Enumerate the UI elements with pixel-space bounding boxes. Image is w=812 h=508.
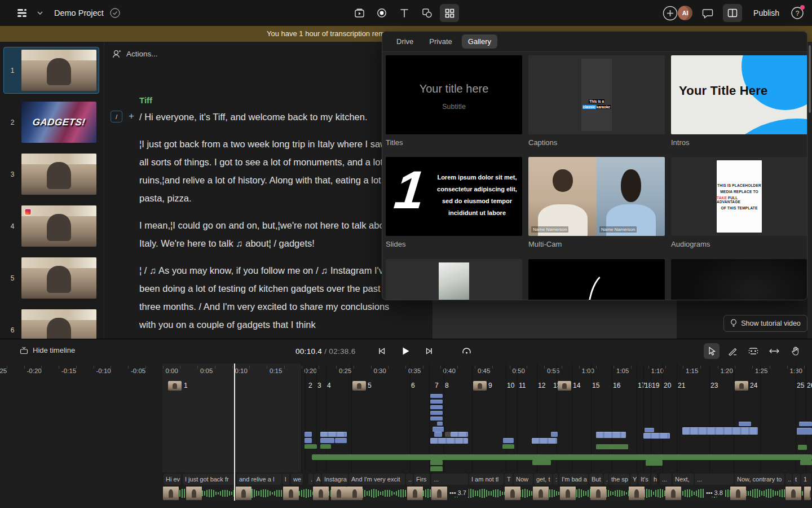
range-tool[interactable] bbox=[766, 343, 782, 359]
scene-marker[interactable]: 11 bbox=[519, 382, 526, 389]
skip-back-button[interactable] bbox=[374, 344, 389, 358]
transcript-paragraph[interactable]: / Hi everyone, it's Tiff, and welcome ba… bbox=[139, 108, 394, 126]
transcript-paragraph[interactable]: ¦I just got back from a two week long tr… bbox=[139, 135, 394, 207]
scene-item[interactable]: 1 bbox=[3, 47, 99, 94]
transcript-text[interactable]: / Hi everyone, it's Tiff, and welcome ba… bbox=[139, 108, 394, 339]
layout-panel-button[interactable] bbox=[723, 4, 742, 22]
audio-clip[interactable] bbox=[304, 444, 317, 449]
scene-item[interactable]: 4 bbox=[3, 203, 99, 249]
caption-chip[interactable]: Now bbox=[514, 474, 533, 485]
template-card-titles[interactable]: Your title hereSubtitle bbox=[386, 55, 522, 134]
help-button[interactable]: ? bbox=[791, 6, 804, 20]
scene-marker-thumb[interactable] bbox=[168, 381, 182, 391]
ai-avatar[interactable]: AI bbox=[678, 6, 692, 20]
audio-clip[interactable] bbox=[502, 444, 514, 449]
waveform-track[interactable]: ••• 3.7••• 3.8 bbox=[162, 486, 811, 501]
scene-marker[interactable]: 10 bbox=[507, 382, 514, 389]
scene-marker[interactable]: 7 bbox=[435, 382, 439, 389]
template-card-audiograms[interactable]: THIS IS PLACEHOLDERMEDIA REPLACE TOTAKE … bbox=[671, 157, 807, 236]
timeline-ruler[interactable]: -0:25-0:20-0:15-0:10-0:050:000:050:100:1… bbox=[0, 364, 812, 379]
audio-clip[interactable] bbox=[646, 460, 663, 466]
scene-marker[interactable]: 16 bbox=[613, 382, 620, 389]
caption-chip[interactable]: we bbox=[291, 474, 303, 485]
scene-marker[interactable]: 25 bbox=[797, 382, 804, 389]
play-button[interactable] bbox=[398, 344, 413, 358]
video-clip[interactable] bbox=[304, 432, 312, 437]
video-clip[interactable] bbox=[503, 438, 514, 443]
media-library-button[interactable] bbox=[350, 4, 369, 22]
project-title[interactable]: Demo Project bbox=[54, 8, 104, 17]
scene-marker[interactable]: 2 bbox=[308, 382, 312, 389]
scene-marker-thumb[interactable] bbox=[558, 381, 571, 391]
video-clip[interactable] bbox=[437, 422, 443, 426]
skip-forward-button[interactable] bbox=[422, 344, 436, 358]
caption-chip[interactable]: ... bbox=[660, 474, 672, 485]
caption-chip[interactable]: the sp bbox=[609, 474, 629, 485]
video-clip[interactable] bbox=[430, 417, 443, 421]
clip-trim-tool[interactable] bbox=[745, 343, 761, 359]
caption-chip[interactable]: Instagra bbox=[322, 474, 348, 485]
publish-button[interactable]: Publish bbox=[748, 5, 785, 21]
scene-marker[interactable]: 23 bbox=[710, 382, 718, 389]
caption-chip[interactable]: ... bbox=[695, 474, 734, 485]
caption-chip[interactable]: .. bbox=[406, 474, 413, 485]
video-clip[interactable] bbox=[320, 432, 347, 437]
scene-thumbnail[interactable] bbox=[21, 154, 96, 195]
template-card-snow[interactable] bbox=[386, 259, 522, 300]
audio-clip[interactable] bbox=[430, 466, 443, 471]
scene-item[interactable]: 6 bbox=[3, 306, 99, 339]
razor-tool[interactable] bbox=[725, 343, 740, 359]
video-clip[interactable] bbox=[739, 422, 751, 426]
scene-marker[interactable]: 4 bbox=[327, 382, 331, 389]
transcript-paragraph[interactable]: I mean,¦I could go on and on, but,¦we're… bbox=[139, 216, 394, 252]
tab-private[interactable]: Private bbox=[423, 34, 458, 49]
caption-chip[interactable]: h bbox=[651, 474, 657, 485]
caption-chip[interactable]: and relive a l bbox=[237, 474, 281, 485]
caption-chip[interactable]: Next, bbox=[673, 474, 694, 485]
video-clip[interactable] bbox=[643, 433, 670, 439]
add-block-button[interactable]: + bbox=[126, 110, 137, 123]
caption-chip[interactable]: A bbox=[314, 474, 321, 485]
caption-chip[interactable]: l bbox=[283, 474, 289, 485]
caption-chip[interactable]: I just got back fr bbox=[183, 474, 235, 485]
template-card-dark[interactable] bbox=[671, 259, 807, 300]
templates-button[interactable] bbox=[440, 4, 459, 22]
template-card-multicam[interactable]: Name NamersonName Namerson bbox=[528, 157, 665, 236]
video-clip[interactable] bbox=[430, 405, 443, 409]
video-clip[interactable] bbox=[551, 432, 558, 437]
video-clip[interactable] bbox=[645, 428, 654, 432]
chevron-down-icon[interactable] bbox=[37, 11, 43, 15]
muted-clip[interactable] bbox=[445, 432, 451, 437]
audio-clip[interactable] bbox=[798, 445, 807, 450]
scene-marker[interactable]: 3 bbox=[317, 382, 321, 389]
scene-marker[interactable]: 15 bbox=[592, 382, 599, 389]
playback-speed-button[interactable] bbox=[459, 344, 474, 358]
comments-button[interactable] bbox=[698, 4, 717, 22]
video-clip[interactable] bbox=[430, 438, 468, 444]
scene-marker[interactable]: 5 bbox=[368, 382, 372, 389]
scene-marker[interactable]: 14 bbox=[573, 382, 580, 389]
video-clip[interactable] bbox=[532, 438, 557, 444]
tab-drive[interactable]: Drive bbox=[390, 34, 420, 49]
invite-plus-icon[interactable] bbox=[663, 6, 678, 21]
transcript-paragraph[interactable]: ¦ / ♫ As you may know, if you follow me … bbox=[139, 261, 394, 334]
caption-chip[interactable]: Now, contrary to bbox=[735, 474, 784, 485]
scene-thumbnail[interactable] bbox=[21, 205, 96, 247]
scene-marker[interactable]: 19 bbox=[652, 382, 659, 389]
scene-item[interactable]: 5 bbox=[3, 255, 99, 301]
caption-chip[interactable]: I'm bad a bbox=[559, 474, 588, 485]
scene-marker-thumb[interactable] bbox=[735, 381, 748, 391]
shapes-button[interactable] bbox=[417, 4, 436, 22]
scene-marker[interactable]: 12 bbox=[538, 382, 545, 389]
caption-chip[interactable]: 1 bbox=[801, 474, 811, 485]
caption-chip[interactable]: .. bbox=[785, 474, 792, 485]
video-clip[interactable] bbox=[682, 427, 758, 435]
slash-marker-button[interactable]: / bbox=[111, 111, 122, 122]
scene-marker[interactable]: 24 bbox=[750, 382, 757, 389]
caption-chip[interactable]: Firs bbox=[414, 474, 430, 485]
caption-chip[interactable]: T bbox=[505, 474, 513, 485]
audio-clip[interactable] bbox=[320, 444, 331, 449]
video-clip[interactable] bbox=[799, 422, 812, 426]
video-clip[interactable] bbox=[596, 432, 626, 438]
video-clip[interactable] bbox=[434, 432, 442, 437]
